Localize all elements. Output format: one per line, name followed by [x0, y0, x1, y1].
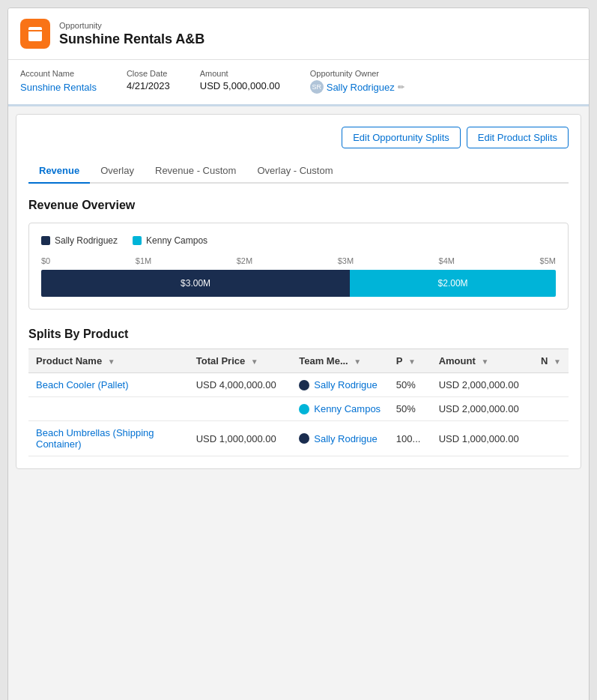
- tab-revenue[interactable]: Revenue: [28, 159, 90, 184]
- chart-bars: $3.00M $2.00M: [41, 270, 556, 297]
- revenue-overview-title: Revenue Overview: [28, 199, 569, 212]
- legend-item-sally: Sally Rodriguez: [41, 235, 118, 246]
- product-name-umbrellas[interactable]: Beach Umbrellas (Shipping Container): [28, 421, 189, 456]
- legend-dot-cyan: [133, 236, 142, 245]
- col-header-amount[interactable]: Amount ▼: [431, 349, 533, 373]
- col-header-price[interactable]: Total Price ▼: [189, 349, 292, 373]
- col-header-team[interactable]: Team Me... ▼: [291, 349, 389, 373]
- account-name-link[interactable]: Sunshine Rentals: [20, 82, 97, 93]
- page-title: Sunshine Rentals A&B: [59, 31, 204, 47]
- amount-sally-1: USD 2,000,000.00: [431, 373, 533, 397]
- owner-field: Opportunity Owner SR Sally Rodriguez ✏: [310, 69, 404, 94]
- amount-kenny: USD 2,000,000.00: [431, 397, 533, 421]
- user-dot-cyan: [299, 404, 309, 414]
- user-name-kenny[interactable]: Kenny Campos: [314, 403, 381, 414]
- chart-axis: $0 $1M $2M $3M $4M $5M: [41, 256, 556, 265]
- product-name-empty: [28, 397, 189, 421]
- app-container: Opportunity Sunshine Rentals A&B Account…: [7, 7, 590, 700]
- col-header-pct[interactable]: P ▼: [389, 349, 431, 373]
- main-content: Edit Opportunity Splits Edit Product Spl…: [16, 114, 581, 469]
- legend-dot-dark: [41, 236, 50, 245]
- sort-icon-amount: ▼: [481, 357, 488, 366]
- n-sally-1: [533, 373, 569, 397]
- user-name-sally-2[interactable]: Sally Rodrigue: [314, 433, 378, 444]
- user-cell-sally-2: Sally Rodrigue: [299, 433, 381, 444]
- user-dot-dark-2: [299, 433, 309, 444]
- table-row: Beach Cooler (Pallet) USD 4,000,000.00 S…: [28, 373, 569, 397]
- header: Opportunity Sunshine Rentals A&B: [8, 8, 589, 60]
- account-name-label: Account Name: [20, 69, 97, 78]
- table-header-row: Product Name ▼ Total Price ▼ Team Me... …: [28, 349, 569, 373]
- user-dot-dark: [299, 380, 309, 390]
- team-member-sally-1: Sally Rodrigue: [291, 373, 389, 397]
- table-row: Kenny Campos 50% USD 2,000,000.00: [28, 397, 569, 421]
- sort-icon-price: ▼: [251, 357, 258, 366]
- total-price-beach-cooler: USD 4,000,000.00: [189, 373, 292, 397]
- n-kenny: [533, 397, 569, 421]
- axis-5m: $5M: [540, 256, 556, 265]
- pct-sally-2: 100...: [389, 421, 431, 456]
- legend-label-sally: Sally Rodriguez: [55, 235, 118, 246]
- axis-1m: $1M: [136, 256, 151, 265]
- table-body: Beach Cooler (Pallet) USD 4,000,000.00 S…: [28, 373, 569, 456]
- owner-edit-icon[interactable]: ✏: [398, 82, 404, 92]
- axis-4m: $4M: [439, 256, 455, 265]
- sort-icon-product: ▼: [108, 357, 115, 366]
- axis-0: $0: [41, 256, 50, 265]
- account-name-field: Account Name Sunshine Rentals: [20, 69, 97, 94]
- pct-kenny: 50%: [389, 397, 431, 421]
- axis-2m: $2M: [237, 256, 252, 265]
- owner-label: Opportunity Owner: [310, 69, 404, 78]
- header-text: Opportunity Sunshine Rentals A&B: [59, 21, 204, 47]
- sort-icon-team: ▼: [354, 357, 361, 366]
- sort-icon-n: ▼: [554, 357, 561, 366]
- chart-container: Sally Rodriguez Kenny Campos $0 $1M $2M …: [28, 223, 569, 310]
- user-cell-kenny: Kenny Campos: [299, 403, 381, 414]
- user-name-sally[interactable]: Sally Rodrigue: [314, 379, 378, 390]
- close-date-field: Close Date 4/21/2023: [127, 69, 170, 94]
- tab-revenue-custom[interactable]: Revenue - Custom: [145, 159, 246, 184]
- product-name-beach-cooler[interactable]: Beach Cooler (Pallet): [28, 373, 189, 397]
- total-price-empty: [189, 397, 292, 421]
- team-member-sally-2: Sally Rodrigue: [291, 421, 389, 456]
- metadata-bar: Account Name Sunshine Rentals Close Date…: [8, 60, 589, 106]
- team-member-kenny: Kenny Campos: [291, 397, 389, 421]
- tab-overlay-custom[interactable]: Overlay - Custom: [246, 159, 343, 184]
- bar-kenny: $2.00M: [350, 270, 556, 297]
- table-row no-border: Beach Umbrellas (Shipping Container) USD…: [28, 421, 569, 456]
- col-header-product[interactable]: Product Name ▼: [28, 349, 189, 373]
- col-header-n[interactable]: N ▼: [533, 349, 569, 373]
- tabs: Revenue Overlay Revenue - Custom Overlay…: [28, 159, 569, 184]
- record-type-label: Opportunity: [59, 21, 204, 30]
- splits-table: Product Name ▼ Total Price ▼ Team Me... …: [28, 349, 569, 456]
- legend-item-kenny: Kenny Campos: [133, 235, 207, 246]
- owner-value: SR Sally Rodriguez ✏: [310, 80, 404, 94]
- bar-sally: $3.00M: [41, 270, 350, 297]
- splits-by-product-title: Splits By Product: [28, 328, 569, 341]
- close-date-label: Close Date: [127, 69, 170, 78]
- tab-overlay[interactable]: Overlay: [90, 159, 145, 184]
- axis-3m: $3M: [338, 256, 354, 265]
- amount-label: Amount: [200, 69, 280, 78]
- owner-link[interactable]: Sally Rodriguez: [327, 82, 395, 93]
- amount-field: Amount USD 5,000,000.00: [200, 69, 280, 94]
- chart-legend: Sally Rodriguez Kenny Campos: [41, 235, 556, 246]
- amount-value: USD 5,000,000.00: [200, 80, 280, 91]
- opportunity-icon: [20, 19, 50, 49]
- close-date-value: 4/21/2023: [127, 80, 170, 91]
- user-cell-sally: Sally Rodrigue: [299, 379, 381, 390]
- pct-sally-1: 50%: [389, 373, 431, 397]
- total-price-umbrellas: USD 1,000,000.00: [189, 421, 292, 456]
- amount-sally-2: USD 1,000,000.00: [431, 421, 533, 456]
- sort-icon-pct: ▼: [408, 357, 416, 366]
- n-sally-2: [533, 421, 569, 456]
- owner-avatar: SR: [310, 80, 324, 94]
- edit-product-splits-button[interactable]: Edit Product Splits: [467, 127, 569, 148]
- legend-label-kenny: Kenny Campos: [146, 235, 207, 246]
- toolbar: Edit Opportunity Splits Edit Product Spl…: [28, 127, 569, 148]
- edit-opportunity-splits-button[interactable]: Edit Opportunity Splits: [342, 127, 461, 148]
